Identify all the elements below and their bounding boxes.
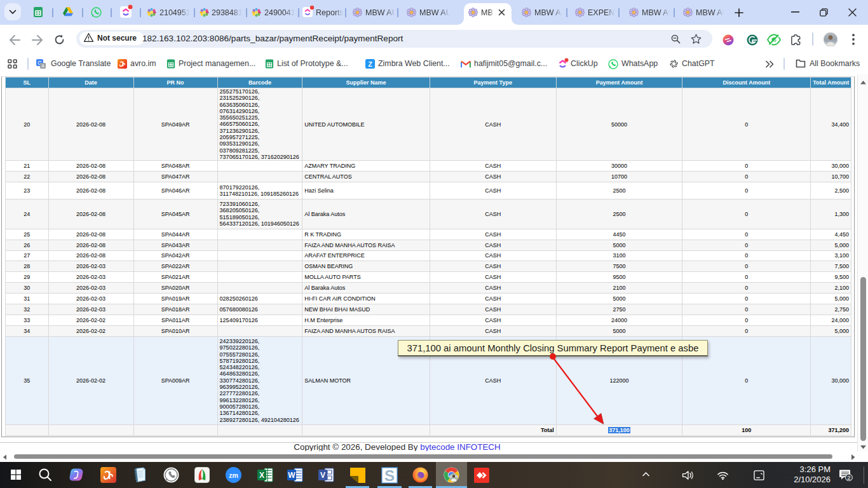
svg-text:2: 2 xyxy=(847,474,850,481)
svg-text:Z: Z xyxy=(368,60,372,68)
svg-text:X: X xyxy=(259,471,264,480)
svg-text:A: A xyxy=(41,64,44,68)
svg-text:W: W xyxy=(288,471,295,480)
svg-text:S: S xyxy=(384,467,395,484)
svg-text:zm: zm xyxy=(229,471,238,479)
svg-text:V: V xyxy=(320,471,325,480)
